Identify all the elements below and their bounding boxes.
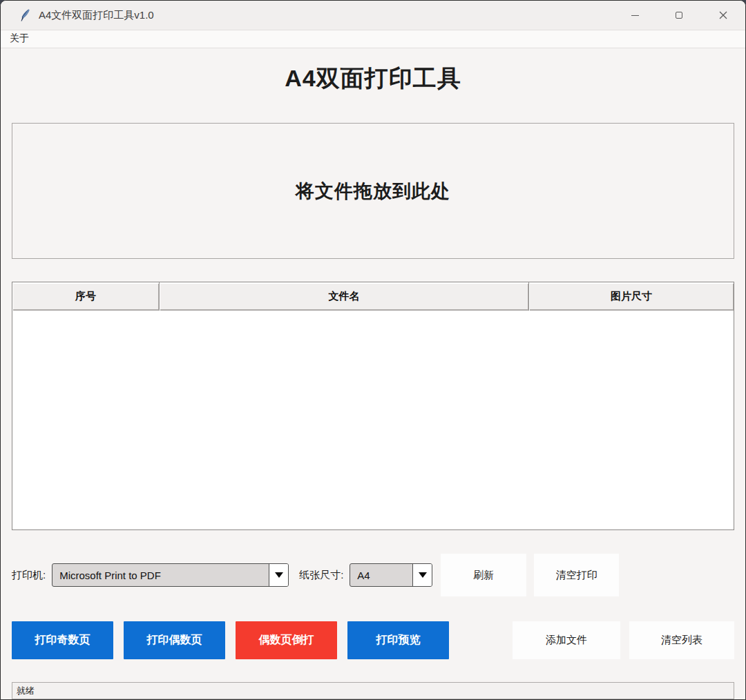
status-text: 就绪: [17, 685, 35, 697]
python-feather-icon: [19, 9, 31, 22]
print-preview-button[interactable]: 打印预览: [347, 621, 449, 659]
menu-item-about[interactable]: 关于: [8, 31, 33, 47]
maximize-button[interactable]: [657, 1, 701, 30]
file-list-table: 序号 文件名 图片尺寸: [12, 282, 734, 530]
table-body-empty: [12, 311, 734, 529]
menu-bar: 关于: [1, 30, 745, 48]
clear-list-button[interactable]: 清空列表: [629, 621, 734, 659]
paper-size-label: 纸张尺寸:: [299, 569, 343, 582]
column-header-filename[interactable]: 文件名: [160, 282, 529, 311]
printer-select[interactable]: Microsoft Print to PDF: [52, 563, 289, 587]
close-button[interactable]: [701, 1, 745, 30]
status-bar: 就绪: [12, 682, 734, 699]
add-files-button[interactable]: 添加文件: [513, 621, 620, 659]
minimize-icon: [631, 15, 639, 16]
title-bar: A4文件双面打印工具v1.0: [1, 1, 745, 30]
even-pages-reverse-button[interactable]: 偶数页倒打: [236, 621, 337, 659]
column-header-index[interactable]: 序号: [12, 282, 160, 311]
window-title: A4文件双面打印工具v1.0: [39, 9, 154, 22]
printer-select-value: Microsoft Print to PDF: [52, 564, 269, 586]
maximize-icon: [676, 12, 682, 19]
paper-size-select[interactable]: A4: [350, 563, 432, 587]
paper-size-dropdown-button[interactable]: [412, 564, 432, 586]
clear-print-button[interactable]: 清空打印: [534, 554, 619, 596]
paper-size-select-value: A4: [350, 564, 412, 586]
close-icon: [719, 11, 727, 19]
app-window: A4文件双面打印工具v1.0 关于 A4双面打印工具 将文件拖放到此处 序号 文…: [0, 0, 746, 700]
drop-zone-hint: 将文件拖放到此处: [296, 179, 450, 204]
printer-select-dropdown-button[interactable]: [269, 564, 288, 586]
dropdown-arrow-icon: [419, 572, 427, 578]
file-drop-zone[interactable]: 将文件拖放到此处: [12, 123, 734, 259]
table-header-row: 序号 文件名 图片尺寸: [12, 282, 734, 311]
print-odd-pages-button[interactable]: 打印奇数页: [12, 621, 113, 659]
printer-settings-row: 打印机: Microsoft Print to PDF 纸张尺寸: A4 刷新 …: [12, 554, 734, 596]
print-even-pages-button[interactable]: 打印偶数页: [124, 621, 225, 659]
column-header-imagesize[interactable]: 图片尺寸: [529, 282, 734, 311]
page-title: A4双面打印工具: [12, 63, 734, 97]
dropdown-arrow-icon: [275, 572, 283, 578]
refresh-button[interactable]: 刷新: [441, 554, 526, 596]
printer-label: 打印机:: [12, 569, 46, 582]
minimize-button[interactable]: [613, 1, 657, 30]
action-buttons-row: 打印奇数页 打印偶数页 偶数页倒打 打印预览 添加文件 清空列表: [12, 621, 734, 659]
main-content: A4双面打印工具 将文件拖放到此处 序号 文件名 图片尺寸 打印机: Micro…: [1, 48, 745, 699]
